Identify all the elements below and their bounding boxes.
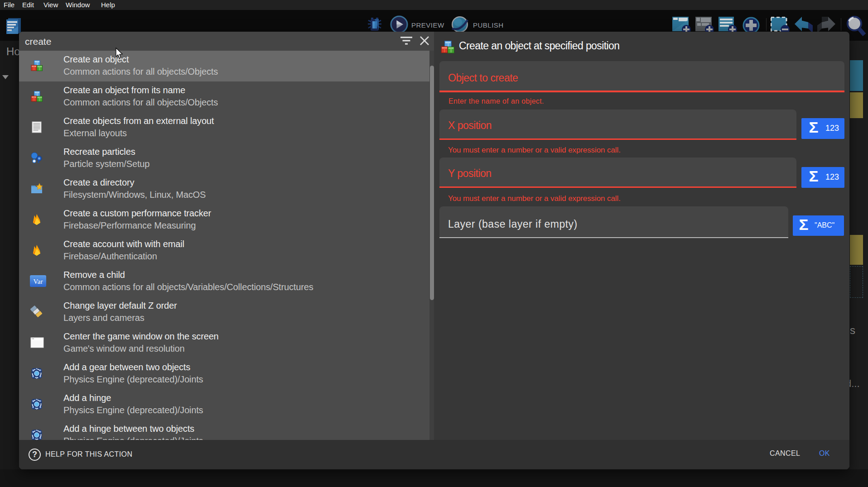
svg-text:Var: Var — [34, 278, 43, 285]
